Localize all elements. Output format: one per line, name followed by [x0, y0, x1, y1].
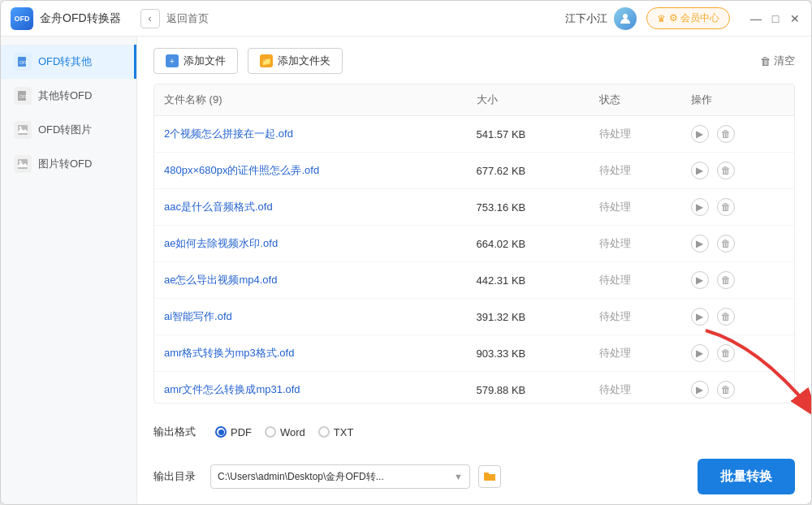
play-button[interactable]: ▶ — [691, 381, 709, 399]
format-word[interactable]: Word — [265, 426, 305, 438]
file-status-cell: 待处理 — [590, 153, 681, 189]
file-size-cell: 391.32 KB — [467, 299, 590, 335]
file-action-cell: ▶ 🗑 — [681, 153, 794, 189]
app-logo: OFD — [11, 7, 33, 30]
title-bar-nav: ‹ 返回首页 — [140, 9, 209, 28]
delete-button[interactable]: 🗑 — [717, 235, 735, 252]
delete-button[interactable]: 🗑 — [717, 198, 735, 216]
status-badge: 待处理 — [599, 274, 631, 286]
sidebar-item-image-to-ofd[interactable]: 图片转OFD — [1, 147, 136, 181]
delete-button[interactable]: 🗑 — [717, 308, 735, 326]
action-buttons: ▶ 🗑 — [691, 162, 784, 179]
file-table: 文件名称 (9) 大小 状态 操作 2个视频怎么拼接在一起.ofd 541.57… — [154, 84, 794, 404]
delete-button[interactable]: 🗑 — [717, 162, 735, 179]
batch-convert-button[interactable]: 批量转换 — [698, 459, 795, 494]
close-button[interactable]: ✕ — [788, 12, 801, 25]
format-radio-group: PDF Word TXT — [215, 426, 353, 438]
file-name-cell: ae怎么导出视频mp4.ofd — [154, 262, 467, 299]
vip-button[interactable]: ♛ ⚙ 会员中心 — [646, 7, 730, 29]
right-panel: + 添加文件 📁 添加文件夹 🗑 清空 — [137, 37, 811, 504]
play-button[interactable]: ▶ — [691, 125, 709, 143]
radio-txt-circle — [318, 426, 330, 438]
other-convert-icon: OFD — [14, 87, 32, 105]
file-name-cell: 480px×680px的证件照怎么弄.ofd — [154, 153, 467, 189]
home-link[interactable]: 返回首页 — [166, 11, 209, 26]
file-name-link[interactable]: ai智能写作.ofd — [164, 310, 232, 322]
format-txt-label: TXT — [334, 426, 354, 438]
table-row: 480px×680px的证件照怎么弄.ofd 677.62 KB 待处理 ▶ 🗑 — [154, 153, 794, 189]
delete-button[interactable]: 🗑 — [717, 271, 735, 289]
delete-button[interactable]: 🗑 — [717, 125, 735, 143]
file-name-link[interactable]: 480px×680px的证件照怎么弄.ofd — [164, 164, 319, 176]
app-title: 金舟OFD转换器 — [40, 11, 121, 26]
file-status-cell: 待处理 — [590, 189, 681, 226]
app-window: OFD 金舟OFD转换器 ‹ 返回首页 江下小江 ♛ ⚙ 会员中心 — — [0, 0, 812, 505]
file-table-container[interactable]: 文件名称 (9) 大小 状态 操作 2个视频怎么拼接在一起.ofd 541.57… — [153, 84, 795, 404]
sidebar-item-ofd-to-other[interactable]: OFD OFD转其他 — [1, 45, 136, 79]
file-name-link[interactable]: aac是什么音频格式.ofd — [164, 201, 273, 213]
title-bar: OFD 金舟OFD转换器 ‹ 返回首页 江下小江 ♛ ⚙ 会员中心 — — [1, 1, 811, 37]
file-size-cell: 677.62 KB — [467, 153, 590, 189]
table-row: ae怎么导出视频mp4.ofd 442.31 KB 待处理 ▶ 🗑 — [154, 262, 794, 299]
file-name-cell: ai智能写作.ofd — [154, 299, 467, 335]
file-action-cell: ▶ 🗑 — [681, 189, 794, 226]
file-status-cell: 待处理 — [590, 116, 681, 153]
add-file-button[interactable]: + 添加文件 — [153, 48, 238, 74]
minimize-button[interactable]: — — [749, 12, 762, 25]
table-row: ai智能写作.ofd 391.32 KB 待处理 ▶ 🗑 — [154, 299, 794, 335]
action-buttons: ▶ 🗑 — [691, 271, 784, 289]
file-name-link[interactable]: amr格式转换为mp3格式.ofd — [164, 347, 294, 359]
back-button[interactable]: ‹ — [140, 9, 160, 28]
table-row: amr格式转换为mp3格式.ofd 903.33 KB 待处理 ▶ 🗑 — [154, 335, 794, 372]
sidebar-item-other-to-ofd[interactable]: OFD 其他转OFD — [1, 79, 136, 113]
restore-button[interactable]: □ — [769, 12, 782, 25]
play-button[interactable]: ▶ — [691, 235, 709, 252]
file-action-cell: ▶ 🗑 — [681, 299, 794, 335]
play-button[interactable]: ▶ — [691, 198, 709, 216]
play-button[interactable]: ▶ — [691, 308, 709, 326]
file-name-link[interactable]: 2个视频怎么拼接在一起.ofd — [164, 127, 293, 140]
action-buttons: ▶ 🗑 — [691, 344, 784, 362]
file-name-cell: 2个视频怎么拼接在一起.ofd — [154, 116, 467, 153]
radio-word-circle — [265, 426, 276, 438]
file-size-cell: 442.31 KB — [467, 262, 590, 299]
format-word-label: Word — [280, 426, 305, 438]
sidebar-item-ofd-to-image[interactable]: OFD转图片 — [1, 113, 136, 147]
svg-text:OFD: OFD — [19, 60, 28, 65]
folder-icon: 📁 — [260, 54, 273, 67]
format-pdf[interactable]: PDF — [215, 426, 252, 438]
col-action: 操作 — [681, 84, 794, 116]
clear-button[interactable]: 🗑 清空 — [760, 54, 795, 68]
play-button[interactable]: ▶ — [691, 344, 709, 362]
file-status-cell: 待处理 — [590, 299, 681, 335]
file-size-cell: 664.02 KB — [467, 226, 590, 262]
user-name: 江下小江 — [565, 11, 607, 26]
format-label: 输出格式 — [153, 425, 202, 439]
play-button[interactable]: ▶ — [691, 162, 709, 179]
table-row: 2个视频怎么拼接在一起.ofd 541.57 KB 待处理 ▶ 🗑 — [154, 116, 794, 153]
col-status: 状态 — [590, 84, 681, 116]
output-path-input[interactable]: C:\Users\admin\Desktop\金舟OFD转... ▼ — [210, 464, 470, 489]
file-name-cell: amr文件怎么转换成mp31.ofd — [154, 372, 467, 404]
file-size-cell: 541.57 KB — [467, 116, 590, 153]
file-action-cell: ▶ 🗑 — [681, 226, 794, 262]
sidebar-item-label: 图片转OFD — [38, 157, 92, 171]
delete-button[interactable]: 🗑 — [717, 344, 735, 362]
file-name-link[interactable]: ae如何去除视频水印.ofd — [164, 237, 278, 249]
radio-pdf-circle — [215, 426, 227, 438]
ofd-convert-icon: OFD — [14, 53, 32, 71]
play-button[interactable]: ▶ — [691, 271, 709, 289]
svg-point-0 — [623, 14, 628, 19]
file-size-cell: 903.33 KB — [467, 335, 590, 372]
user-info: 江下小江 — [565, 7, 637, 30]
file-name-link[interactable]: ae怎么导出视频mp4.ofd — [164, 274, 277, 286]
folder-browse-button[interactable] — [478, 465, 501, 488]
file-status-cell: 待处理 — [590, 372, 681, 404]
delete-button[interactable]: 🗑 — [717, 381, 735, 399]
col-size: 大小 — [467, 84, 590, 116]
trash-icon: 🗑 — [760, 55, 771, 67]
file-name-link[interactable]: amr文件怎么转换成mp31.ofd — [164, 383, 300, 395]
format-pdf-label: PDF — [231, 426, 252, 438]
format-txt[interactable]: TXT — [318, 426, 354, 438]
add-folder-button[interactable]: 📁 添加文件夹 — [248, 48, 343, 74]
